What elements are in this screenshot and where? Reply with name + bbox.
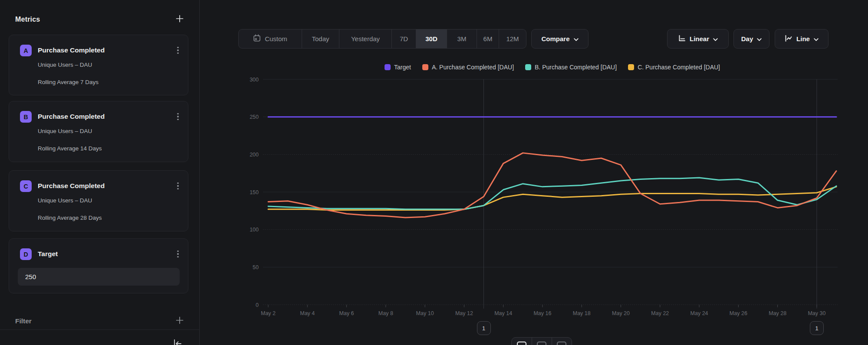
chart-style-option-3[interactable] <box>552 338 572 345</box>
range-label: Custom <box>265 35 287 42</box>
legend-item-c[interactable]: C. Purchase Completed [DAU] <box>628 64 720 71</box>
x-axis-label: May 6 <box>339 310 354 316</box>
metric-letter-badge: B <box>20 111 32 123</box>
compare-dropdown-button[interactable]: Compare <box>531 29 589 49</box>
chart-thumbnail-icon <box>537 342 546 345</box>
chart-thumbnail-icon <box>557 342 566 345</box>
range-label: 3M <box>457 35 467 42</box>
target-card[interactable]: D Target <box>9 238 188 293</box>
series-2 <box>268 178 836 209</box>
y-axis-label: 0 <box>256 302 259 308</box>
metric-card-a[interactable]: A Purchase Completed Unique Users – DAU … <box>9 35 188 95</box>
legend-swatch-a <box>422 64 428 70</box>
range-30d-button-active[interactable]: 30D <box>416 29 447 48</box>
chart-style-option-1[interactable] <box>512 338 532 345</box>
y-axis-label: 200 <box>250 152 259 158</box>
x-axis-label: May 14 <box>494 310 512 316</box>
more-options-icon[interactable] <box>174 248 182 260</box>
x-axis-label: May 28 <box>769 310 786 316</box>
compare-label: Compare <box>541 35 569 42</box>
legend-swatch-b <box>525 64 531 70</box>
chart-legend: Target A. Purchase Completed [DAU] B. Pu… <box>268 64 837 71</box>
collapse-panel-icon <box>172 338 183 345</box>
add-metric-button[interactable] <box>175 14 184 25</box>
chart-style-option-2[interactable] <box>532 338 552 345</box>
more-options-icon[interactable] <box>174 45 182 56</box>
x-axis-label: May 12 <box>455 310 473 316</box>
target-value-input[interactable] <box>18 268 180 286</box>
scale-dropdown-button[interactable]: Linear <box>667 29 729 49</box>
range-label: 12M <box>506 35 519 42</box>
chart-type-label: Line <box>796 35 810 42</box>
metric-letter-badge: A <box>20 45 32 56</box>
metric-card-b[interactable]: B Purchase Completed Unique Users – DAU … <box>9 101 188 162</box>
x-axis-label: May 4 <box>300 310 315 316</box>
legend-item-a[interactable]: A. Purchase Completed [DAU] <box>422 64 514 71</box>
chevron-down-icon <box>814 35 819 42</box>
x-axis-label: May 16 <box>533 310 551 316</box>
x-axis-label: May 22 <box>651 310 669 316</box>
collapse-sidebar-button[interactable] <box>172 338 183 345</box>
range-12m-button[interactable]: 12M <box>499 29 526 48</box>
more-options-icon[interactable] <box>174 111 182 122</box>
metric-rolling-average: Rolling Average 14 Days <box>38 145 102 152</box>
y-axis-label: 150 <box>250 189 259 195</box>
range-label: 30D <box>425 35 437 42</box>
metric-measure: Unique Users – DAU <box>38 128 92 134</box>
range-7d-button[interactable]: 7D <box>391 29 416 48</box>
line-chart-icon <box>785 35 792 43</box>
filter-section: Filter <box>15 316 184 326</box>
metric-card-c[interactable]: C Purchase Completed Unique Users – DAU … <box>9 170 188 231</box>
legend-swatch-c <box>628 64 634 70</box>
sidebar-divider <box>0 329 200 330</box>
legend-label: Target <box>394 64 411 71</box>
annotation-badge-1[interactable]: 1 <box>477 321 491 335</box>
target-title: Target <box>38 250 58 258</box>
range-yesterday-button[interactable]: Yesterday <box>339 29 391 48</box>
legend-item-b[interactable]: B. Purchase Completed [DAU] <box>525 64 617 71</box>
filter-title: Filter <box>15 317 32 325</box>
annotation-badge-2[interactable]: 1 <box>810 321 824 335</box>
metric-rolling-average: Rolling Average 28 Days <box>38 215 102 221</box>
legend-label: A. Purchase Completed [DAU] <box>432 64 514 71</box>
x-axis-label: May 20 <box>612 310 630 316</box>
range-label: 7D <box>400 35 408 42</box>
chart-type-dropdown-button[interactable]: Line <box>775 29 829 49</box>
x-axis-label: May 24 <box>690 310 708 316</box>
axis-scale-icon <box>678 35 686 43</box>
interval-dropdown-button[interactable]: Day <box>733 29 769 49</box>
series-1 <box>268 153 836 218</box>
metrics-sidebar: Metrics A Purchase Completed Unique User… <box>0 0 200 345</box>
interval-label: Day <box>741 35 753 42</box>
range-6m-button[interactable]: 6M <box>477 29 499 48</box>
legend-item-target[interactable]: Target <box>385 64 411 71</box>
chevron-down-icon <box>713 35 718 42</box>
plus-icon <box>175 14 184 25</box>
chart-style-toggle <box>511 337 572 345</box>
add-filter-button[interactable] <box>175 316 184 326</box>
range-3m-button[interactable]: 3M <box>447 29 477 48</box>
plus-icon <box>175 316 184 326</box>
legend-label: B. Purchase Completed [DAU] <box>535 64 617 71</box>
x-axis-label: May 18 <box>573 310 591 316</box>
chevron-down-icon <box>574 35 579 42</box>
metric-letter-badge: C <box>20 180 32 192</box>
range-custom-button[interactable]: Custom <box>239 29 302 48</box>
series-3 <box>268 187 836 210</box>
metric-rolling-average: Rolling Average 7 Days <box>38 79 99 85</box>
x-axis-label: May 30 <box>808 310 825 316</box>
x-axis-label: May 2 <box>261 310 276 316</box>
more-options-icon[interactable] <box>174 180 182 192</box>
scale-label: Linear <box>690 35 709 42</box>
y-axis-label: 100 <box>250 227 259 233</box>
metric-title: Purchase Completed <box>38 182 105 190</box>
metric-title: Purchase Completed <box>38 113 105 120</box>
y-axis-label: 50 <box>253 264 259 270</box>
x-axis-label: May 26 <box>730 310 747 316</box>
calendar-icon <box>253 34 261 43</box>
range-today-button[interactable]: Today <box>302 29 339 48</box>
legend-label: C. Purchase Completed [DAU] <box>638 64 720 71</box>
chart-thumbnail-icon <box>517 342 526 345</box>
date-range-segmented-control: Custom Today Yesterday 7D 30D 3M 6M 12M <box>238 29 526 49</box>
x-axis-label: May 8 <box>378 310 393 316</box>
